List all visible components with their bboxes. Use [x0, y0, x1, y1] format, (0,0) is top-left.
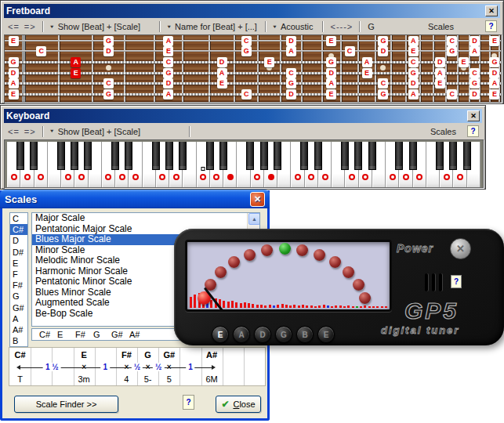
root-list-item[interactable]: D [10, 235, 27, 246]
root-note-list[interactable]: CC#DD#EFF#GG#AA#B [9, 212, 28, 347]
root-list-item[interactable]: B [10, 335, 27, 346]
fret-note-marker[interactable]: G [103, 89, 114, 99]
fret-note-marker[interactable]: E [71, 68, 81, 78]
help-icon[interactable]: ? [485, 20, 497, 32]
black-key[interactable] [125, 142, 132, 170]
fret-note-marker[interactable]: G [326, 57, 336, 67]
root-list-item[interactable]: C [10, 213, 27, 224]
fret-note-marker[interactable]: E [9, 36, 19, 46]
tuner-string-button[interactable]: G [275, 326, 292, 343]
back-button[interactable]: <= [5, 21, 22, 32]
forward-button[interactable]: => [22, 126, 38, 137]
root-list-item[interactable]: A# [10, 324, 27, 335]
fret-note-marker[interactable]: E [326, 89, 336, 99]
fret-note-marker[interactable]: G [470, 78, 480, 89]
fret-note-marker[interactable]: G [408, 68, 419, 78]
forward-button[interactable]: => [22, 21, 38, 32]
root-list-item[interactable]: C# [10, 224, 27, 235]
root-list-item[interactable]: G [10, 291, 27, 302]
fret-note-marker[interactable]: D [326, 68, 336, 78]
fret-note-marker[interactable]: E [217, 78, 227, 89]
fret-note-marker[interactable]: G [378, 89, 388, 99]
black-key[interactable] [179, 142, 187, 170]
fret-note-marker[interactable]: D [378, 46, 388, 56]
root-list-item[interactable]: D# [10, 247, 27, 258]
black-key[interactable] [165, 142, 173, 170]
scales-close-icon[interactable]: ✕ [250, 192, 265, 207]
fretboard-close-icon[interactable]: ✕ [485, 5, 498, 16]
show-dropdown[interactable]: ▼ Show [Beat] + [Scale] [48, 22, 142, 31]
fret-note-marker[interactable]: E [408, 46, 419, 56]
scale-list-item[interactable]: Major Scale [32, 213, 259, 224]
fret-note-marker[interactable]: A [163, 89, 173, 99]
fretboard-strings-panel[interactable]: EGACDEGACDECDEGACDEGAGACDEGACDEGDEGACDEG… [4, 34, 502, 103]
fret-note-marker[interactable]: E [264, 57, 274, 67]
keyboard-close-icon[interactable]: ✕ [467, 110, 480, 121]
fret-note-marker[interactable]: C [241, 36, 252, 46]
fret-note-marker[interactable]: C [163, 57, 173, 67]
key-label[interactable]: G [364, 22, 378, 31]
tuner-string-button[interactable]: E [317, 326, 335, 343]
fretboard-titlebar[interactable]: Fretboard ✕ [4, 4, 500, 18]
fret-note-marker[interactable]: G [103, 36, 114, 46]
root-list-item[interactable]: F# [10, 280, 27, 291]
tuner-string-button[interactable]: B [296, 326, 314, 343]
fret-note-marker[interactable]: G [241, 46, 252, 56]
help-icon[interactable]: ? [183, 395, 194, 410]
black-key[interactable] [219, 142, 227, 170]
fret-note-marker[interactable]: A [163, 36, 173, 46]
fret-note-marker[interactable]: C [241, 89, 252, 99]
fret-note-marker[interactable]: A [408, 36, 419, 46]
black-key[interactable] [395, 142, 403, 170]
tuner-string-button[interactable]: A [233, 326, 250, 343]
fret-note-marker[interactable]: G [9, 57, 19, 67]
fret-note-marker[interactable]: G [378, 36, 388, 46]
fret-note-marker[interactable]: A [408, 89, 419, 99]
black-key[interactable] [368, 142, 376, 170]
fret-note-marker[interactable]: E [489, 36, 499, 46]
root-list-item[interactable]: A [10, 313, 27, 324]
fret-note-marker[interactable]: A [217, 68, 227, 78]
fret-note-marker[interactable]: D [489, 68, 499, 78]
fret-note-marker[interactable]: D [286, 36, 296, 46]
black-key[interactable] [314, 142, 322, 170]
fret-note-marker[interactable]: D [408, 78, 419, 89]
tuner-string-button[interactable]: E [212, 326, 229, 343]
fret-note-marker[interactable]: E [9, 89, 19, 99]
show-dropdown[interactable]: ▼ Show [Beat] + [Scale] [48, 127, 142, 136]
keyboard-titlebar[interactable]: Keyboard ✕ [4, 109, 482, 123]
scale-finder-button[interactable]: Scale Finder >> [14, 396, 118, 413]
black-key[interactable] [463, 142, 471, 170]
fret-note-marker[interactable]: C [103, 78, 114, 89]
fret-note-marker[interactable]: A [435, 68, 445, 78]
fret-note-marker[interactable]: C [378, 78, 388, 89]
fret-note-marker[interactable]: D [286, 89, 296, 99]
black-key[interactable] [71, 142, 78, 170]
fret-note-marker[interactable]: E [489, 89, 499, 99]
black-key[interactable] [206, 142, 214, 170]
tuner-close-icon[interactable]: ✕ [450, 238, 471, 259]
fret-note-marker[interactable]: E [459, 57, 469, 67]
fret-note-marker[interactable]: D [103, 46, 114, 56]
name-dropdown[interactable]: ▼ Name for [Beat] + [...] [165, 22, 259, 31]
fret-note-marker[interactable]: C [447, 36, 457, 46]
scales-link[interactable]: Scales [428, 22, 454, 31]
black-key[interactable] [111, 142, 119, 170]
fret-note-marker[interactable]: E [435, 78, 445, 89]
fret-note-marker[interactable]: D [470, 89, 480, 99]
fret-note-marker[interactable]: G [286, 78, 296, 89]
scroll-up-icon[interactable]: ▲ [248, 213, 260, 225]
root-list-item[interactable]: G# [10, 302, 27, 313]
black-key[interactable] [57, 142, 65, 170]
tuner-string-button[interactable]: D [254, 326, 271, 343]
black-key[interactable] [436, 142, 444, 170]
fret-note-marker[interactable]: A [362, 57, 372, 67]
fret-note-marker[interactable]: E [163, 46, 173, 56]
black-key[interactable] [30, 142, 38, 170]
back-button[interactable]: <= [5, 126, 22, 137]
fret-note-marker[interactable]: A [470, 46, 480, 56]
fret-note-marker[interactable]: D [435, 57, 445, 67]
help-icon[interactable]: ? [451, 275, 462, 288]
black-key[interactable] [16, 142, 24, 170]
fret-note-marker[interactable]: C [447, 89, 457, 99]
